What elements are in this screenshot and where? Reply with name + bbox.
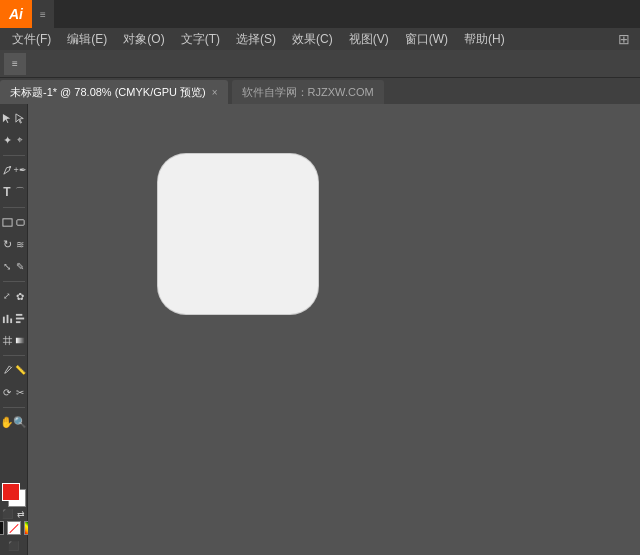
type-tool[interactable]: T bbox=[1, 182, 14, 202]
bar-graph-tool[interactable] bbox=[14, 308, 27, 328]
artboard-nav: ⬛ bbox=[8, 541, 19, 551]
mesh-gradient-group bbox=[1, 330, 27, 350]
hand-zoom-group: ✋ 🔍 bbox=[1, 412, 27, 432]
rotate-tool[interactable]: ↻ bbox=[1, 234, 14, 254]
sep-5 bbox=[3, 407, 25, 408]
menu-window[interactable]: 窗口(W) bbox=[397, 28, 456, 50]
graph-group bbox=[1, 308, 27, 328]
menu-edit[interactable]: 编辑(E) bbox=[59, 28, 115, 50]
menu-select[interactable]: 选择(S) bbox=[228, 28, 284, 50]
website-tab: 软件自学网：RJZXW.COM bbox=[232, 80, 384, 104]
svg-rect-9 bbox=[15, 317, 23, 319]
workspace-switcher[interactable]: ⊞ bbox=[618, 31, 636, 47]
sep-3 bbox=[3, 281, 25, 282]
gradient-tool[interactable] bbox=[14, 330, 27, 350]
svg-rect-5 bbox=[2, 316, 4, 322]
none-color-button[interactable] bbox=[7, 521, 21, 535]
selection-tool[interactable] bbox=[1, 108, 14, 128]
eraser-tool[interactable] bbox=[14, 212, 27, 232]
slice-tool[interactable]: ✂ bbox=[14, 382, 27, 402]
magic-lasso-group: ✦ ⌖ bbox=[1, 130, 27, 150]
active-tab[interactable]: 未标题-1* @ 78.08% (CMYK/GPU 预览) × bbox=[0, 80, 228, 104]
menu-object[interactable]: 对象(O) bbox=[115, 28, 172, 50]
warp-tool[interactable]: ≋ bbox=[14, 234, 27, 254]
artboard-navigate-icon[interactable]: ⬛ bbox=[8, 541, 19, 551]
sep-4 bbox=[3, 355, 25, 356]
fill-color-box[interactable] bbox=[2, 483, 20, 501]
title-bar-icons: ≡ bbox=[32, 0, 54, 28]
color-reset-row: ⬛ ⇄ bbox=[2, 509, 25, 519]
direct-selection-tool[interactable] bbox=[14, 108, 27, 128]
toolbar-options[interactable]: ≡ bbox=[4, 53, 26, 75]
eyedropper-tool[interactable] bbox=[1, 360, 14, 380]
lasso-tool[interactable]: ⌖ bbox=[14, 130, 27, 150]
free-transform-tool[interactable]: ⤢ bbox=[1, 286, 14, 306]
pen-group: +✒ bbox=[1, 160, 27, 180]
artboard bbox=[158, 154, 318, 314]
app-logo: Ai bbox=[0, 0, 32, 28]
scale-tool[interactable]: ⤡ bbox=[1, 256, 14, 276]
svg-rect-3 bbox=[2, 218, 11, 225]
shape-group bbox=[1, 212, 27, 232]
sep-2 bbox=[3, 207, 25, 208]
svg-rect-6 bbox=[6, 314, 8, 322]
default-colors-icon[interactable]: ⬛ bbox=[2, 509, 13, 519]
menu-view[interactable]: 视图(V) bbox=[341, 28, 397, 50]
top-toolbar: ≡ bbox=[0, 50, 640, 78]
selection-tool-group bbox=[1, 108, 27, 128]
arc-tool[interactable]: ⌒ bbox=[14, 182, 27, 202]
menu-bar: 文件(F) 编辑(E) 对象(O) 文字(T) 选择(S) 效果(C) 视图(V… bbox=[0, 28, 640, 50]
canvas-area bbox=[28, 104, 640, 555]
svg-marker-1 bbox=[15, 113, 22, 122]
main-layout: ✦ ⌖ +✒ T ⌒ ↻ ≋ ⤡ bbox=[0, 104, 640, 555]
zoom-tool[interactable]: 🔍 bbox=[14, 412, 27, 432]
shaper-tool[interactable]: ✎ bbox=[14, 256, 27, 276]
left-toolbar: ✦ ⌖ +✒ T ⌒ ↻ ≋ ⤡ bbox=[0, 104, 28, 555]
swap-colors-icon[interactable]: ⇄ bbox=[17, 509, 25, 519]
blend-tool[interactable]: ⟳ bbox=[1, 382, 14, 402]
svg-rect-4 bbox=[16, 219, 23, 225]
svg-line-16 bbox=[11, 366, 12, 367]
tab-bar: 未标题-1* @ 78.08% (CMYK/GPU 预览) × 软件自学网：RJ… bbox=[0, 78, 640, 104]
type-group: T ⌒ bbox=[1, 182, 27, 202]
svg-rect-15 bbox=[15, 337, 24, 343]
menu-file[interactable]: 文件(F) bbox=[4, 28, 59, 50]
symbol-sprayer-tool[interactable]: ✿ bbox=[14, 286, 27, 306]
sep-1 bbox=[3, 155, 25, 156]
column-graph-tool[interactable] bbox=[1, 308, 14, 328]
measure-tool[interactable]: 📏 bbox=[14, 360, 27, 380]
active-tab-label: 未标题-1* @ 78.08% (CMYK/GPU 预览) bbox=[10, 85, 206, 100]
blend-slice-group: ⟳ ✂ bbox=[1, 382, 27, 402]
website-label: 软件自学网：RJZXW.COM bbox=[242, 85, 374, 100]
eyedropper-measure-group: 📏 bbox=[1, 360, 27, 380]
solid-color-button[interactable] bbox=[0, 521, 4, 535]
svg-marker-0 bbox=[2, 113, 9, 122]
rotate-warp-group: ↻ ≋ bbox=[1, 234, 27, 254]
mesh-tool[interactable] bbox=[1, 330, 14, 350]
rectangle-tool[interactable] bbox=[1, 212, 14, 232]
svg-rect-8 bbox=[15, 313, 21, 315]
svg-point-2 bbox=[9, 165, 11, 167]
magic-wand-tool[interactable]: ✦ bbox=[1, 130, 14, 150]
svg-rect-10 bbox=[15, 321, 20, 323]
hand-tool[interactable]: ✋ bbox=[1, 412, 14, 432]
add-anchor-tool[interactable]: +✒ bbox=[14, 160, 27, 180]
svg-rect-7 bbox=[10, 318, 12, 323]
tab-close-button[interactable]: × bbox=[212, 87, 218, 98]
menu-help[interactable]: 帮助(H) bbox=[456, 28, 513, 50]
pen-tool[interactable] bbox=[1, 160, 14, 180]
menu-effect[interactable]: 效果(C) bbox=[284, 28, 341, 50]
title-bar: Ai ≡ bbox=[0, 0, 640, 28]
menu-type[interactable]: 文字(T) bbox=[173, 28, 228, 50]
transform-group: ⤢ ✿ bbox=[1, 286, 27, 306]
scale-shaper-group: ⤡ ✎ bbox=[1, 256, 27, 276]
color-squares bbox=[2, 483, 26, 507]
